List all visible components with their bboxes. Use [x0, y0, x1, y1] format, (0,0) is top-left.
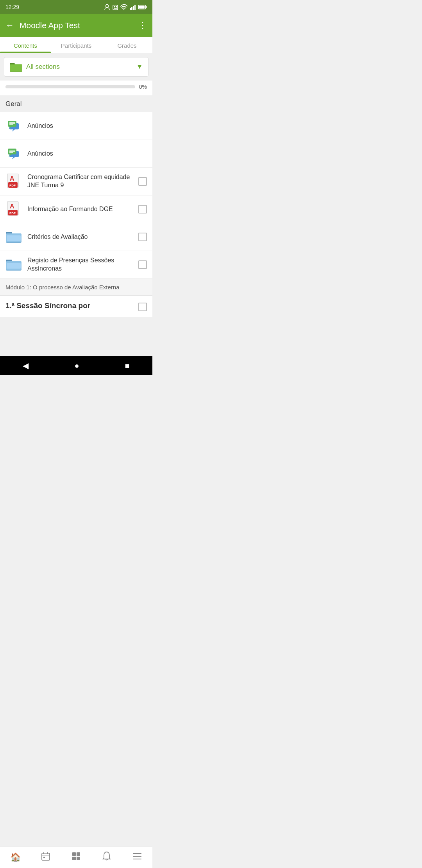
item-checkbox[interactable]	[138, 205, 147, 213]
svg-rect-46	[7, 263, 21, 269]
svg-text:PDF: PDF	[9, 184, 16, 187]
recents-nav-button[interactable]: ■	[125, 361, 129, 370]
svg-rect-42	[7, 235, 21, 241]
svg-rect-6	[130, 8, 131, 10]
chevron-down-icon: ▼	[136, 63, 143, 70]
status-time: 12:29	[5, 4, 19, 10]
item-checkbox[interactable]	[138, 177, 147, 186]
battery-icon	[138, 5, 147, 9]
svg-rect-9	[134, 5, 136, 10]
back-button[interactable]: ←	[5, 20, 14, 30]
more-button[interactable]: ⋮	[138, 20, 147, 30]
svg-rect-12	[139, 5, 145, 9]
folder-blue-icon	[5, 229, 22, 245]
signal-icon	[130, 4, 136, 10]
tabs-bar: Contents Participants Grades	[0, 37, 152, 53]
forum-icon	[5, 118, 22, 134]
tab-grades[interactable]: Grades	[102, 37, 152, 53]
tab-contents[interactable]: Contents	[0, 37, 51, 53]
svg-rect-11	[146, 6, 147, 8]
back-nav-button[interactable]: ◀	[23, 361, 29, 370]
wifi-icon	[120, 4, 127, 10]
svg-text:PDF: PDF	[9, 212, 16, 215]
item-label: Registo de Presenças Sessões Assíncronas	[27, 256, 134, 273]
svg-rect-8	[133, 6, 134, 10]
svg-rect-15	[10, 65, 22, 72]
list-item[interactable]: PDF A Informação ao Formando DGE	[0, 195, 152, 223]
section-geral-header: Geral	[0, 96, 152, 112]
list-item[interactable]: Registo de Presenças Sessões Assíncronas	[0, 251, 152, 279]
module-section-header: Módulo 1: O processo de Avaliação Extern…	[0, 279, 152, 296]
svg-point-0	[106, 5, 109, 7]
list-item[interactable]: PDF A Cronograma Certificar com equidade…	[0, 168, 152, 195]
item-label: Anúncios	[27, 122, 147, 130]
section-label: All sections	[26, 63, 136, 71]
pdf-icon: PDF A	[5, 201, 22, 217]
svg-marker-24	[12, 157, 15, 160]
progress-bar-track	[5, 85, 135, 88]
home-nav-button[interactable]: ●	[74, 361, 79, 370]
svg-rect-7	[131, 7, 132, 10]
item-label: 1.ª Sessão Síncrona por	[5, 301, 134, 311]
pdf-icon: PDF A	[5, 173, 22, 190]
list-item[interactable]: Anúncios	[0, 140, 152, 168]
svg-text:A: A	[10, 175, 14, 182]
profile-icon	[104, 4, 110, 10]
svg-marker-17	[12, 129, 15, 132]
forum-icon	[5, 145, 22, 162]
item-label: Cronograma Certificar com equidade JNE T…	[27, 173, 134, 190]
page-title: Moodle App Test	[20, 21, 138, 30]
app-bar: ← Moodle App Test ⋮	[0, 14, 152, 37]
section-selector[interactable]: All sections ▼	[4, 57, 148, 77]
folder-icon	[10, 61, 22, 72]
sim-icon	[113, 4, 118, 10]
tab-participants[interactable]: Participants	[51, 37, 102, 53]
svg-text:A: A	[10, 203, 14, 210]
svg-rect-4	[114, 8, 117, 9]
folder-blue-icon	[5, 256, 22, 273]
item-label: Anúncios	[27, 150, 147, 158]
item-checkbox[interactable]	[138, 260, 147, 269]
svg-point-5	[123, 9, 124, 10]
list-item[interactable]: Anúncios	[0, 112, 152, 140]
progress-area: 0%	[0, 81, 152, 96]
list-item[interactable]: Critérios de Avaliação	[0, 223, 152, 251]
item-label: Informação ao Formando DGE	[27, 205, 134, 213]
item-checkbox[interactable]	[138, 303, 147, 311]
svg-rect-2	[114, 6, 115, 7]
item-label: Critérios de Avaliação	[27, 233, 134, 241]
item-checkbox[interactable]	[138, 233, 147, 241]
svg-rect-1	[113, 5, 118, 10]
status-bar: 12:29	[0, 0, 152, 14]
svg-rect-3	[116, 6, 117, 7]
list-item[interactable]: 1.ª Sessão Síncrona por	[0, 296, 152, 317]
progress-percent: 0%	[139, 84, 147, 90]
system-nav-bar: ◀ ● ■	[0, 356, 152, 375]
status-icons	[104, 4, 147, 10]
